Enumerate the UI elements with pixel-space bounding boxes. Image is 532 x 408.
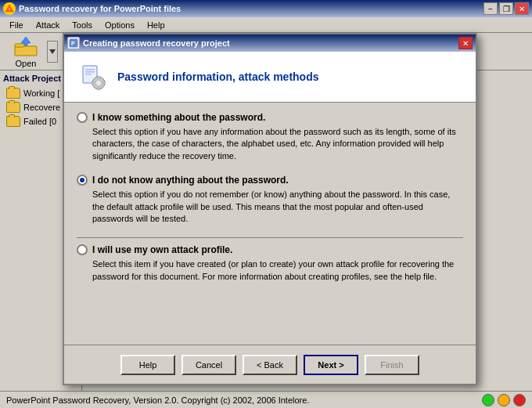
sidebar-working-label: Working [ — [23, 88, 59, 98]
svg-text:!: ! — [9, 7, 10, 12]
radio-label-2[interactable]: I do not know anything about the passwor… — [77, 175, 463, 186]
open-icon — [13, 35, 38, 57]
app-icon: ! — [3, 2, 16, 15]
radio-text-1: I know something about the password. — [92, 112, 265, 123]
title-bar: ! Password recovery for PowerPoint files… — [0, 0, 532, 17]
radio-option-2: I do not know anything about the passwor… — [77, 175, 463, 225]
dialog-header-title: Password information, attack methods — [117, 70, 319, 83]
radio-desc-1: Select this option if you have any infor… — [92, 126, 463, 162]
dialog-title-icon: P — [69, 38, 78, 48]
attack-methods-icon — [77, 61, 108, 92]
dialog-header-icon — [77, 61, 108, 92]
radio-option-1: I know something about the password. Sel… — [77, 112, 463, 162]
minimize-button[interactable]: − — [483, 2, 498, 15]
status-dot-green — [482, 394, 494, 406]
radio-text-2: I do not know anything about the passwor… — [92, 175, 289, 186]
menu-bar: File Attack Tools Options Help — [0, 17, 532, 33]
radio-option-3: I will use my own attack profile. Select… — [77, 244, 463, 283]
folder-icon-working — [6, 88, 20, 99]
svg-rect-9 — [85, 69, 95, 70]
dialog-close-button[interactable]: ✕ — [458, 37, 473, 49]
status-bar: PowerPoint Password Recovery, Version 2.… — [0, 391, 532, 408]
radio-text-3: I will use my own attack profile. — [92, 244, 232, 255]
radio-input-2[interactable] — [77, 175, 88, 186]
separator — [77, 237, 463, 238]
dialog-title: Creating password recovery project — [83, 38, 455, 48]
menu-help[interactable]: Help — [141, 19, 171, 31]
radio-desc-2: Select this option if you do not remembe… — [92, 189, 463, 225]
svg-rect-10 — [85, 71, 95, 73]
svg-rect-14 — [98, 76, 100, 78]
radio-input-3[interactable] — [77, 244, 88, 255]
folder-icon-failed — [6, 116, 20, 127]
svg-marker-5 — [49, 49, 56, 54]
dialog-body: I know something about the password. Sel… — [64, 103, 476, 305]
radio-desc-3: Select this item if you have created (or… — [92, 258, 463, 283]
svg-rect-16 — [92, 82, 94, 85]
dialog: P Creating password recovery project ✕ — [63, 33, 477, 385]
svg-rect-4 — [15, 44, 24, 47]
svg-rect-15 — [98, 88, 100, 90]
open-dropdown[interactable] — [47, 41, 58, 63]
app-title: Password recovery for PowerPoint files — [19, 4, 480, 13]
menu-options[interactable]: Options — [99, 19, 141, 31]
svg-rect-11 — [85, 74, 92, 75]
menu-file[interactable]: File — [3, 19, 30, 31]
restore-button[interactable]: ❐ — [499, 2, 513, 15]
next-button[interactable]: Next > — [304, 355, 358, 375]
svg-point-13 — [95, 80, 102, 86]
status-indicators — [482, 394, 526, 406]
title-bar-buttons: − ❐ ✕ — [483, 2, 529, 15]
dialog-title-bar: P Creating password recovery project ✕ — [64, 34, 476, 52]
status-dot-orange — [498, 394, 510, 406]
cancel-button[interactable]: Cancel — [182, 355, 236, 375]
dialog-header: Password information, attack methods — [64, 52, 476, 103]
svg-rect-17 — [103, 82, 106, 85]
dialog-footer: Help Cancel < Back Next > Finish — [64, 345, 476, 384]
help-button[interactable]: Help — [120, 355, 175, 375]
radio-label-3[interactable]: I will use my own attack profile. — [77, 244, 463, 255]
finish-button[interactable]: Finish — [365, 355, 419, 375]
folder-icon-recovered — [6, 102, 20, 113]
radio-input-1[interactable] — [77, 112, 88, 123]
svg-rect-3 — [15, 46, 37, 56]
sidebar-recovered-label: Recovere — [23, 103, 60, 112]
svg-text:P: P — [71, 41, 75, 46]
status-dot-red — [513, 394, 526, 406]
open-label: Open — [16, 59, 37, 68]
menu-attack[interactable]: Attack — [30, 19, 66, 31]
close-button[interactable]: ✕ — [515, 2, 529, 15]
dialog-icon: P — [67, 37, 80, 49]
status-text: PowerPoint Password Recovery, Version 2.… — [6, 395, 309, 405]
menu-tools[interactable]: Tools — [66, 19, 99, 31]
radio-label-1[interactable]: I know something about the password. — [77, 112, 463, 123]
back-button[interactable]: < Back — [243, 355, 297, 375]
sidebar-failed-label: Failed [0 — [23, 117, 56, 126]
open-button[interactable]: Open — [6, 31, 45, 72]
chevron-down-icon — [49, 49, 56, 54]
